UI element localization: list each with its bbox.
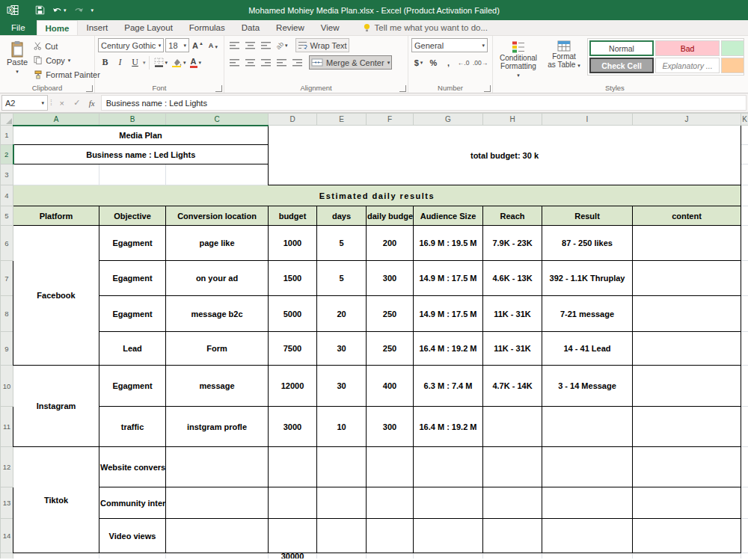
table-cell[interactable] bbox=[633, 366, 741, 407]
cell[interactable] bbox=[741, 487, 748, 519]
cell-business-name[interactable]: Business name : Led Lights bbox=[13, 145, 269, 164]
tab-formulas[interactable]: Formulas bbox=[181, 20, 233, 35]
cell[interactable] bbox=[741, 447, 748, 487]
column-header-E[interactable]: E bbox=[317, 114, 367, 126]
paste-button[interactable]: Paste ▾ bbox=[3, 38, 31, 76]
table-header-budget[interactable]: budget bbox=[269, 206, 317, 226]
top-align-button[interactable] bbox=[227, 38, 242, 52]
table-cell[interactable]: 4.7K - 14K bbox=[483, 366, 542, 407]
cell[interactable] bbox=[741, 553, 748, 559]
cell[interactable] bbox=[633, 553, 741, 559]
qat-customize-icon[interactable]: ▾ bbox=[91, 7, 94, 13]
table-cell[interactable]: 14 - 41 Lead bbox=[542, 332, 633, 366]
table-cell[interactable] bbox=[633, 407, 741, 447]
row-header-13[interactable]: 13 bbox=[1, 487, 13, 519]
cell[interactable] bbox=[741, 185, 748, 206]
increase-font-size-button[interactable]: A▲ bbox=[191, 38, 205, 52]
table-cell[interactable]: 7-21 message bbox=[542, 296, 633, 332]
table-cell[interactable]: Community interaction bbox=[99, 487, 166, 519]
table-cell[interactable]: 250 bbox=[367, 296, 414, 332]
table-cell[interactable] bbox=[317, 519, 367, 553]
cell[interactable] bbox=[367, 553, 414, 559]
decrease-indent-button[interactable] bbox=[275, 55, 289, 70]
conditional-formatting-button[interactable]: Conditional Formatting ▾ bbox=[496, 38, 541, 79]
table-cell[interactable]: 11K - 31K bbox=[483, 332, 542, 366]
table-cell[interactable] bbox=[269, 447, 317, 487]
table-cell[interactable]: 200 bbox=[367, 226, 414, 261]
cell[interactable] bbox=[741, 332, 748, 366]
cell-style-bad[interactable]: Bad bbox=[655, 40, 720, 56]
table-cell[interactable] bbox=[633, 226, 741, 261]
table-header-platform[interactable]: Platform bbox=[13, 206, 99, 226]
formula-input[interactable]: Business name : Led Lights bbox=[101, 95, 747, 111]
table-cell[interactable]: traffic bbox=[99, 407, 166, 447]
row-header-2[interactable]: 2 bbox=[1, 145, 13, 164]
column-header-H[interactable]: H bbox=[483, 114, 542, 126]
table-cell[interactable]: 7.9K - 23K bbox=[483, 226, 542, 261]
table-cell[interactable]: 11K - 31K bbox=[483, 296, 542, 332]
table-cell[interactable]: 16.9 M : 19.5 M bbox=[414, 226, 483, 261]
format-painter-button[interactable]: Format Painter bbox=[31, 67, 102, 81]
cell[interactable] bbox=[13, 553, 99, 559]
name-box[interactable]: A2▾ bbox=[1, 95, 48, 111]
column-header-D[interactable]: D bbox=[269, 114, 317, 126]
table-cell[interactable]: 400 bbox=[367, 366, 414, 407]
number-format-select[interactable]: General▾ bbox=[411, 38, 488, 52]
table-cell[interactable]: 3000 bbox=[269, 407, 317, 447]
row-header-11[interactable]: 11 bbox=[1, 407, 13, 447]
middle-align-button[interactable] bbox=[243, 38, 257, 52]
alignment-dialog-launcher[interactable] bbox=[399, 85, 406, 92]
decrease-font-size-button[interactable]: A▼ bbox=[206, 38, 221, 52]
table-cell[interactable] bbox=[414, 487, 483, 519]
table-cell[interactable]: 12000 bbox=[269, 366, 317, 407]
fill-color-button[interactable]: ▾ bbox=[170, 55, 188, 70]
table-header-objective[interactable]: Objective bbox=[99, 206, 166, 226]
table-cell[interactable]: 10 bbox=[317, 407, 367, 447]
row-header-8[interactable]: 8 bbox=[1, 296, 13, 332]
cell-media-plan[interactable]: Media Plan bbox=[13, 126, 269, 145]
table-cell[interactable]: 300 bbox=[367, 261, 414, 296]
table-cell[interactable] bbox=[483, 407, 542, 447]
row-header-6[interactable]: 6 bbox=[1, 226, 13, 261]
cut-button[interactable]: Cut bbox=[31, 39, 102, 53]
table-cell[interactable] bbox=[483, 447, 542, 487]
column-header-C[interactable]: C bbox=[166, 114, 269, 126]
table-cell[interactable]: 250 bbox=[367, 332, 414, 366]
tab-review[interactable]: Review bbox=[268, 20, 313, 35]
tab-insert[interactable]: Insert bbox=[78, 20, 116, 35]
table-cell[interactable]: 1000 bbox=[269, 226, 317, 261]
table-cell[interactable]: 14.9 M : 17.5 M bbox=[414, 261, 483, 296]
table-cell[interactable] bbox=[542, 447, 633, 487]
table-cell[interactable] bbox=[367, 487, 414, 519]
font-size-select[interactable]: 18▾ bbox=[165, 38, 189, 52]
table-cell[interactable]: 87 - 250 likes bbox=[542, 226, 633, 261]
redo-icon[interactable] bbox=[74, 6, 84, 14]
table-cell[interactable]: Lead bbox=[99, 332, 166, 366]
cell[interactable] bbox=[741, 261, 748, 296]
italic-button[interactable]: I bbox=[113, 55, 127, 70]
table-cell[interactable]: 5 bbox=[317, 261, 367, 296]
row-header-1[interactable]: 1 bbox=[1, 126, 13, 145]
table-cell[interactable]: 16.4 M : 19.2 M bbox=[414, 407, 483, 447]
table-header-reach[interactable]: Reach bbox=[483, 206, 542, 226]
wrap-text-button[interactable]: Wrap Text bbox=[295, 38, 349, 52]
row-header-4[interactable]: 4 bbox=[1, 185, 13, 206]
enter-button[interactable]: ✓ bbox=[70, 93, 85, 112]
table-cell[interactable]: 392 - 1.1K Thruplay bbox=[542, 261, 633, 296]
table-cell[interactable] bbox=[317, 487, 367, 519]
cell-banner[interactable]: Estimated daily results bbox=[13, 185, 741, 206]
tab-page-layout[interactable]: Page Layout bbox=[116, 20, 181, 35]
cell-style-check-cell[interactable]: Check Cell bbox=[589, 58, 654, 73]
table-cell[interactable] bbox=[633, 487, 741, 519]
cell[interactable] bbox=[542, 553, 633, 559]
format-as-table-button[interactable]: Format as Table ▾ bbox=[544, 38, 584, 70]
table-cell[interactable]: Egagment bbox=[99, 226, 166, 261]
table-cell[interactable]: Egagment bbox=[99, 366, 166, 407]
comma-style-button[interactable]: , bbox=[441, 55, 456, 70]
table-cell[interactable] bbox=[414, 447, 483, 487]
cell[interactable] bbox=[741, 145, 748, 164]
cell[interactable] bbox=[99, 553, 166, 559]
table-cell[interactable]: 30 bbox=[317, 332, 367, 366]
table-cell[interactable]: Form bbox=[166, 332, 269, 366]
table-header-audience-size[interactable]: Audience Size bbox=[414, 206, 483, 226]
